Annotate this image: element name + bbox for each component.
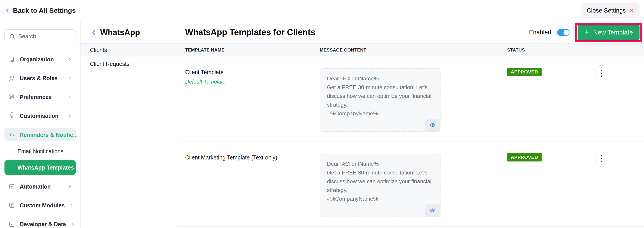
sidebar-item-developer-data[interactable]: Developer & Data <box>4 218 76 228</box>
chevron-right-icon <box>67 57 72 62</box>
subnav-item-clients[interactable]: Clients <box>80 44 177 57</box>
template-name: Client Template <box>185 69 320 76</box>
eye-icon <box>429 207 436 213</box>
column-header-message-content: MESSAGE CONTENT <box>320 48 507 53</box>
sidebar-item-users-roles[interactable]: Users & Roles <box>4 72 76 84</box>
chevron-left-icon <box>91 29 97 36</box>
subnav-title: WhatsApp <box>100 28 140 37</box>
default-template-label: Default Template <box>185 79 320 85</box>
bell-icon <box>8 131 15 138</box>
sidebar-item-organization[interactable]: Organization <box>4 53 76 66</box>
status-badge: APPROVED <box>507 153 542 161</box>
sidebar-item-label: Reminders & Notific... <box>20 132 78 138</box>
sidebar-subitem-label: Email Notifications <box>18 148 64 154</box>
template-name: Client Marketing Template (Text-only) <box>185 154 320 161</box>
annotation-highlight-box: + New Template <box>575 23 642 42</box>
sidebar-item-label: Automation <box>20 183 63 190</box>
sidebar-item-label: Custom Modules <box>20 202 64 209</box>
column-header-status: STATUS <box>507 48 595 53</box>
sidebar-item-label: Developer & Data <box>20 221 66 227</box>
sidebar-item-label: Customisation <box>20 113 63 119</box>
chevron-right-icon <box>67 113 72 118</box>
page-title: WhatsApp Templates for Clients <box>185 28 529 37</box>
back-to-all-settings-button[interactable]: Back to All Settings <box>4 7 76 14</box>
sidebar-item-reminders-notifications[interactable]: Reminders & Notific... <box>4 128 76 141</box>
sidebar-item-preferences[interactable]: Preferences <box>4 91 76 103</box>
sidebar-item-label: Preferences <box>20 94 63 100</box>
table-row: Client Marketing Template (Text-only) De… <box>177 142 644 227</box>
main-header: WhatsApp Templates for Clients Enabled +… <box>177 21 644 44</box>
row-actions-menu-button[interactable] <box>595 66 607 80</box>
chevron-right-icon <box>67 184 72 189</box>
module-icon <box>8 202 15 209</box>
chevron-right-icon <box>67 76 72 81</box>
back-label: Back to All Settings <box>13 7 76 14</box>
main-content: WhatsApp Templates for Clients Enabled +… <box>177 21 644 228</box>
close-icon: ✕ <box>629 8 634 14</box>
building-icon <box>8 56 15 63</box>
whatsapp-subnav-panel: WhatsApp Clients Client Requests <box>80 21 177 228</box>
back-to-whatsapp-button[interactable] <box>91 29 97 36</box>
sidebar-item-label: Organization <box>20 56 63 63</box>
new-template-label: New Template <box>593 29 633 36</box>
sidebar-subitem-label: WhatsApp Templates <box>18 164 74 171</box>
sidebar-item-custom-modules[interactable]: Custom Modules <box>4 199 76 212</box>
search-input[interactable] <box>18 33 90 40</box>
sidebar-item-automation[interactable]: Automation <box>4 180 76 193</box>
chevron-right-icon <box>67 95 72 99</box>
search-icon <box>9 33 15 40</box>
row-actions-menu-button[interactable] <box>595 152 607 165</box>
table-row: Client Template Default Template Dear %C… <box>177 57 644 142</box>
preview-button[interactable] <box>425 119 440 131</box>
search-box <box>4 29 76 43</box>
close-settings-button[interactable]: Close Settings ✕ <box>581 3 640 18</box>
subnav-item-label: Clients <box>90 47 107 53</box>
message-text: Dear %ClientName% , Get a FREE 30-minute… <box>327 159 433 203</box>
chevron-right-icon <box>69 203 74 208</box>
sidebar-item-email-notifications[interactable]: Email Notifications <box>4 145 76 157</box>
new-template-button[interactable]: + New Template <box>578 25 640 40</box>
subnav-header: WhatsApp <box>80 21 177 44</box>
message-content-box: Dear %ClientName% , Get a FREE 30-minute… <box>320 68 440 132</box>
subnav-item-label: Client Requests <box>90 61 129 67</box>
status-badge: APPROVED <box>507 68 542 76</box>
message-content-box: Dear %ClientName% , Get a FREE 30-minute… <box>320 154 440 217</box>
users-icon <box>8 75 15 82</box>
enabled-label: Enabled <box>529 29 551 36</box>
settings-sidebar: Organization Users & Roles Preferences C… <box>0 21 80 228</box>
table-header: TEMPLATE NAME MESSAGE CONTENT STATUS <box>177 44 644 57</box>
subnav-item-client-requests[interactable]: Client Requests <box>80 57 177 71</box>
chevron-right-icon <box>70 222 75 227</box>
terminal-icon <box>8 221 15 227</box>
message-text: Dear %ClientName% , Get a FREE 30-minute… <box>327 74 433 118</box>
close-settings-label: Close Settings <box>587 7 626 14</box>
enabled-toggle[interactable] <box>557 29 570 36</box>
lightning-icon <box>8 183 15 190</box>
plus-icon: + <box>584 28 589 36</box>
topbar: Back to All Settings Close Settings ✕ <box>0 0 644 21</box>
eye-icon <box>429 122 436 128</box>
sliders-icon <box>8 94 15 100</box>
sidebar-item-whatsapp-templates[interactable]: WhatsApp Templates <box>4 160 76 175</box>
toggle-knob <box>564 30 569 35</box>
sidebar-item-label: Users & Roles <box>20 75 63 82</box>
chevron-left-icon <box>4 7 10 14</box>
sidebar-item-customisation[interactable]: Customisation <box>4 110 76 122</box>
preview-button[interactable] <box>425 204 440 216</box>
paint-icon <box>8 112 15 119</box>
column-header-template-name: TEMPLATE NAME <box>185 48 320 53</box>
